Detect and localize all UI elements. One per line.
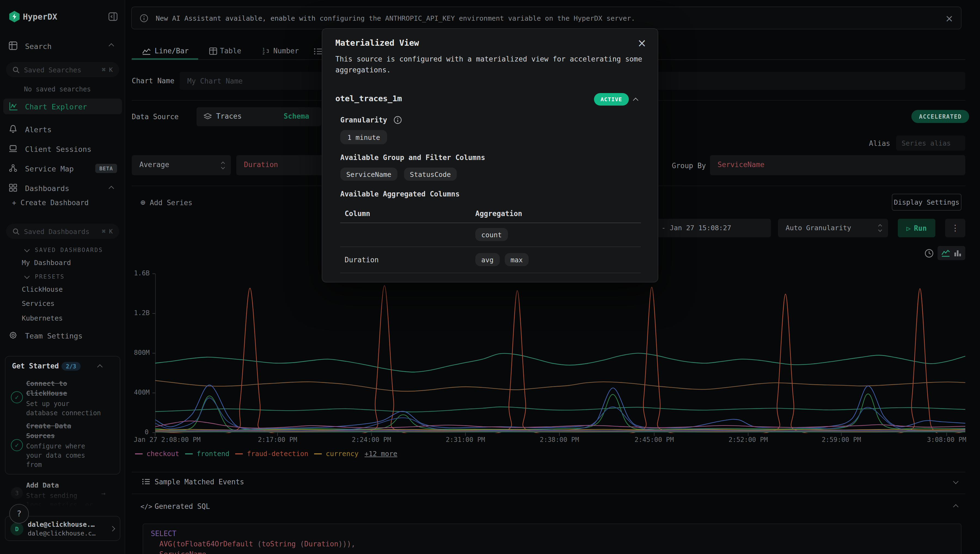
- chevron-right-icon: [110, 526, 115, 532]
- generated-sql-section-header[interactable]: Generated SQL: [155, 502, 210, 511]
- app-title: HyperDX: [23, 12, 57, 22]
- bar-chart-icon[interactable]: [954, 249, 961, 257]
- tab-number[interactable]: Number: [273, 47, 299, 55]
- legend-item[interactable]: fraud-detection: [236, 449, 308, 458]
- data-source-select[interactable]: Traces Schema: [196, 107, 321, 126]
- hyperdx-logo-icon: [9, 11, 20, 22]
- x-axis-tick-label: 2:31:00 PM: [446, 436, 485, 444]
- list-icon: [142, 478, 150, 485]
- get-started-item[interactable]: Add Data Start sending logs, metrics, or…: [26, 481, 95, 514]
- sidebar-item-service-map[interactable]: Service Map: [25, 164, 74, 173]
- clock-icon[interactable]: [924, 249, 934, 258]
- y-axis-tick-label: 1.2B: [134, 309, 149, 317]
- schema-link[interactable]: Schema: [284, 112, 309, 120]
- banner-close-icon[interactable]: ×: [945, 14, 953, 24]
- sidebar-item-team-settings[interactable]: Team Settings: [25, 331, 83, 340]
- saved-dashboards-placeholder: Saved Dashboards: [24, 227, 97, 236]
- status-badge: ACTIVE: [594, 93, 629, 105]
- sidebar-item-search[interactable]: Search: [25, 42, 52, 51]
- x-axis-tick-label: 2:24:00 PM: [352, 436, 391, 444]
- aggregation-select[interactable]: Average: [132, 155, 231, 175]
- tab-table[interactable]: Table: [220, 47, 241, 55]
- get-started-title: Get Started: [12, 362, 59, 370]
- search-icon: [13, 228, 20, 235]
- x-axis-tick-label: 2:59:00 PM: [822, 436, 861, 444]
- create-dashboard-button[interactable]: + Create Dashboard: [12, 199, 89, 207]
- chart-canvas[interactable]: [151, 270, 965, 439]
- help-button[interactable]: ?: [9, 504, 29, 524]
- get-started-item[interactable]: Connect to ClickHouse Set up your databa…: [26, 379, 104, 418]
- table-tab-icon: [209, 47, 217, 55]
- legend-item[interactable]: checkout: [135, 449, 179, 458]
- dashboards-collapse-chevron-icon[interactable]: [108, 186, 114, 191]
- saved-dashboards-section-label[interactable]: SAVED DASHBOARDS: [35, 247, 103, 253]
- saved-dashboards-section-chevron-icon[interactable]: [24, 247, 30, 252]
- timeseries-chart[interactable]: 1.6B1.2B800M400M0 Jan 27 2:08:00 PM2:17:…: [134, 270, 972, 466]
- alias-input[interactable]: Series alias: [896, 135, 965, 151]
- sidebar-item-dashboards[interactable]: Dashboards: [25, 184, 69, 193]
- display-settings-button[interactable]: Display Settings: [892, 194, 961, 211]
- table-header-divider: [340, 223, 641, 223]
- legend-item[interactable]: currency: [314, 449, 359, 458]
- sidebar-item-clickhouse[interactable]: ClickHouse: [22, 285, 63, 293]
- dashboards-icon: [9, 183, 18, 192]
- group-by-value: ServiceName: [717, 161, 764, 169]
- legend-dash-icon: [314, 453, 322, 454]
- time-range-value: 7 - Jan 27 15:08:27: [653, 224, 731, 232]
- dots-vertical-icon: ⋮: [951, 223, 959, 233]
- sidebar-item-services[interactable]: Services: [22, 299, 54, 307]
- sidebar-item-client-sessions[interactable]: Client Sessions: [25, 145, 91, 153]
- get-started-collapse-chevron-icon[interactable]: [97, 365, 103, 370]
- modal-close-icon[interactable]: ×: [635, 36, 649, 50]
- table-bottom-divider: [340, 273, 641, 273]
- more-menu-button[interactable]: ⋮: [945, 219, 965, 237]
- get-started-item[interactable]: Create Data Sources Configure where your…: [26, 421, 104, 470]
- info-icon[interactable]: [394, 116, 402, 124]
- team-settings-icon: [9, 331, 18, 339]
- hyperdx-app: HyperDX Search Saved Searches ⌘ K No sav…: [0, 0, 980, 554]
- group-filter-columns-label: Available Group and Filter Columns: [340, 153, 485, 162]
- data-source-value: Traces: [216, 112, 242, 120]
- chart-name-label: Chart Name: [132, 77, 174, 85]
- table-header-column: Column: [345, 210, 370, 218]
- search-icon: [13, 66, 20, 73]
- search-collapse-chevron-icon[interactable]: [108, 43, 114, 49]
- accelerated-badge: ACCELERATED: [911, 110, 969, 123]
- line-bar-tab-icon: [142, 47, 151, 55]
- group-by-input[interactable]: ServiceName: [710, 155, 965, 175]
- layers-icon: [204, 113, 212, 121]
- line-chart-icon[interactable]: [941, 249, 950, 257]
- legend-more-link[interactable]: +12 more: [365, 449, 397, 458]
- get-started-panel: Get Started 2/3 ✓ Connect to ClickHouse …: [5, 356, 120, 474]
- add-series-button[interactable]: ⊕ Add Series: [140, 197, 193, 207]
- sidebar-item-my-dashboard[interactable]: My Dashboard: [22, 258, 71, 267]
- sidebar-collapse-icon[interactable]: [108, 12, 118, 21]
- time-range-input[interactable]: 7 - Jan 27 15:08:27: [651, 219, 771, 237]
- presets-section-chevron-icon[interactable]: [24, 274, 30, 279]
- sidebar-item-chart-explorer[interactable]: Chart Explorer: [3, 99, 122, 114]
- saved-searches-input[interactable]: Saved Searches ⌘ K: [6, 62, 119, 77]
- saved-dashboards-input[interactable]: Saved Dashboards ⌘ K: [6, 224, 119, 239]
- table-header-aggregation: Aggregation: [475, 210, 522, 218]
- generated-sql-chevron-icon[interactable]: [953, 504, 958, 509]
- presets-section-label[interactable]: PRESETS: [35, 273, 65, 280]
- banner-text: New AI Assistant available, enable with …: [156, 14, 635, 22]
- question-icon: ?: [17, 509, 22, 519]
- sample-events-section-header[interactable]: Sample Matched Events: [155, 478, 244, 486]
- modal-description: This source is configured with a materia…: [335, 54, 648, 76]
- legend-dash-icon: [236, 453, 243, 454]
- run-button[interactable]: ▷Run: [898, 219, 935, 237]
- get-started-progress-badge: 2/3: [62, 362, 81, 371]
- view-collapse-chevron-icon[interactable]: [633, 98, 638, 103]
- sql-line: ServiceName,: [151, 549, 953, 554]
- tab-line-bar[interactable]: Line/Bar: [155, 47, 189, 55]
- sidebar-item-kubernetes[interactable]: Kubernetes: [22, 314, 63, 322]
- granularity-select[interactable]: Auto Granularity: [778, 219, 888, 237]
- sample-events-chevron-icon[interactable]: [953, 479, 958, 484]
- sql-line: AVG(toFloat64OrDefault (toString (Durati…: [151, 539, 953, 549]
- chart-type-toggle: [937, 246, 965, 260]
- x-axis-tick-label: 2:45:00 PM: [634, 436, 674, 444]
- legend-item[interactable]: frontend: [185, 449, 229, 458]
- sidebar-item-alerts[interactable]: Alerts: [25, 125, 52, 134]
- divider: [132, 494, 965, 494]
